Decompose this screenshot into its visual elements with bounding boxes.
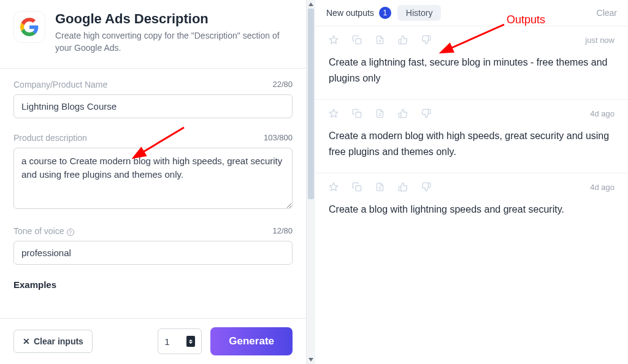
output-card: 4d ago Create a modern blog with high sp… xyxy=(315,99,628,173)
tone-label: Tone of voice? xyxy=(13,226,74,236)
output-card: 4d ago Create a blog with lightning spee… xyxy=(315,173,628,231)
star-icon[interactable] xyxy=(329,35,339,45)
company-counter: 22/80 xyxy=(272,80,293,89)
svg-marker-5 xyxy=(329,110,337,118)
svg-rect-10 xyxy=(356,186,361,191)
thumbs-down-icon[interactable] xyxy=(421,182,431,192)
svg-rect-6 xyxy=(356,112,361,118)
thumbs-down-icon[interactable] xyxy=(421,108,431,118)
company-input[interactable] xyxy=(13,94,293,118)
thumbs-up-icon[interactable] xyxy=(398,35,408,45)
svg-marker-1 xyxy=(329,36,337,44)
tone-input[interactable] xyxy=(13,241,293,265)
annotation-outputs-label: Outputs xyxy=(507,13,545,26)
outputs-list: just now Create a lightning fast, secure… xyxy=(315,26,628,231)
output-text: Create a blog with lightning speeds and … xyxy=(329,202,615,218)
page-title: Google Ads Description xyxy=(55,11,293,27)
tone-counter: 12/80 xyxy=(272,226,293,235)
description-label: Product description xyxy=(13,133,87,143)
google-logo-icon xyxy=(13,11,45,43)
generate-button[interactable]: Generate xyxy=(210,327,293,355)
examples-heading: Examples xyxy=(13,279,293,290)
clear-outputs-button[interactable]: Clear xyxy=(597,8,617,18)
tab-new-label: New outputs xyxy=(326,8,374,18)
tab-new-outputs[interactable]: New outputs 1 xyxy=(326,7,391,19)
generation-count-value: 1 xyxy=(164,336,169,347)
tab-history[interactable]: History xyxy=(397,5,442,21)
output-text: Create a modern blog with high speeds, g… xyxy=(329,128,615,159)
page-subtitle: Create high converting copy for the "Des… xyxy=(55,29,293,55)
new-outputs-badge: 1 xyxy=(379,7,391,19)
copy-icon[interactable] xyxy=(352,35,362,45)
copy-icon[interactable] xyxy=(352,108,362,118)
star-icon[interactable] xyxy=(329,182,339,192)
company-label: Company/Product Name xyxy=(13,80,107,89)
svg-marker-9 xyxy=(329,183,337,191)
output-text: Create a lightning fast, secure blog in … xyxy=(329,55,615,86)
thumbs-down-icon[interactable] xyxy=(421,35,431,45)
description-field: Product description 103/800 xyxy=(13,133,293,211)
company-field: Company/Product Name 22/80 xyxy=(13,80,293,118)
svg-rect-2 xyxy=(356,39,361,44)
clear-inputs-label: Clear inputs xyxy=(34,336,83,346)
bottom-bar: ✕ Clear inputs 1 Generate xyxy=(0,318,306,364)
output-timestamp: 4d ago xyxy=(590,183,615,192)
tool-header: Google Ads Description Create high conve… xyxy=(0,0,306,69)
thumbs-up-icon[interactable] xyxy=(398,182,408,192)
info-icon[interactable]: ? xyxy=(67,229,74,236)
star-icon[interactable] xyxy=(329,108,339,118)
description-counter: 103/800 xyxy=(264,133,293,142)
thumbs-up-icon[interactable] xyxy=(398,108,408,118)
document-icon[interactable] xyxy=(375,35,385,45)
output-tabs: New outputs 1 History Clear xyxy=(315,0,628,26)
output-timestamp: just now xyxy=(585,36,615,45)
document-icon[interactable] xyxy=(375,108,385,118)
tone-field: Tone of voice? 12/80 xyxy=(13,226,293,265)
clear-inputs-button[interactable]: ✕ Clear inputs xyxy=(13,330,93,353)
close-icon: ✕ xyxy=(23,337,30,346)
description-input[interactable] xyxy=(13,148,293,209)
output-timestamp: 4d ago xyxy=(590,109,615,118)
document-icon[interactable] xyxy=(375,182,385,192)
scrollbar[interactable] xyxy=(307,0,315,364)
output-card: just now Create a lightning fast, secure… xyxy=(315,26,628,99)
stepper-icon[interactable] xyxy=(186,336,195,347)
copy-icon[interactable] xyxy=(352,182,362,192)
generation-count-input[interactable]: 1 xyxy=(158,328,202,354)
